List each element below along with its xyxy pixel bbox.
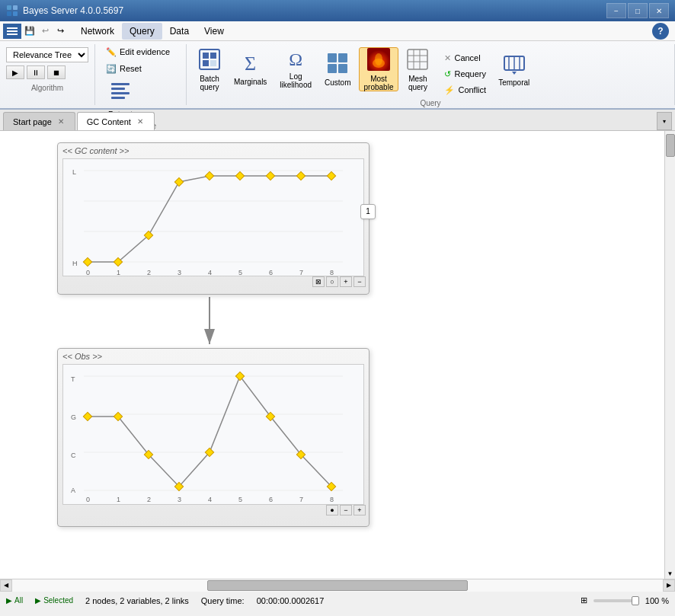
maximize-button[interactable]: □ [628, 3, 648, 18]
most-probable-button[interactable]: Mostprobable [359, 47, 399, 91]
node-obs-controls: ● − + [58, 505, 369, 519]
selected-play-button[interactable]: ▶ Selected [35, 596, 73, 605]
node-gc-content[interactable]: << GC content >> L H 0 1 2 3 4 5 6 7 8 [57, 142, 369, 295]
zoom-thumb[interactable] [632, 596, 639, 605]
close-button[interactable]: ✕ [649, 3, 669, 18]
svg-text:3: 3 [178, 269, 181, 276]
node-gc-content-grid[interactable]: ⊠ [312, 276, 325, 287]
svg-rect-4 [7, 27, 18, 29]
svg-text:2: 2 [147, 269, 151, 276]
ribbon-group-query: Batchquery Σ Marginals Ω Loglikelihood [187, 44, 675, 105]
all-play-button[interactable]: ▶ All [6, 596, 23, 605]
cancel-label: Cancel [454, 53, 480, 62]
node-obs-header: << Obs >> [58, 349, 369, 362]
svg-rect-7 [111, 83, 130, 85]
main-content: << GC content >> L H 0 1 2 3 4 5 6 7 8 [0, 131, 675, 579]
reset-label: Reset [120, 64, 142, 73]
scroll-thumb[interactable] [666, 134, 675, 157]
temporal-button[interactable]: Temporal [493, 47, 534, 91]
svg-text:G: G [71, 413, 76, 421]
svg-text:T: T [71, 375, 75, 383]
window-title: Bayes Server 4.0.0.5697 [23, 5, 606, 16]
menu-query[interactable]: Query [122, 23, 162, 40]
status-info: 2 nodes, 2 variables, 2 links [85, 596, 189, 605]
menu-view[interactable]: View [197, 23, 232, 40]
marginals-button[interactable]: Σ Marginals [229, 47, 272, 91]
svg-rect-18 [328, 64, 337, 73]
menu-data[interactable]: Data [162, 23, 197, 40]
mesh-query-button[interactable]: Meshquery [401, 47, 434, 91]
edit-evidence-button[interactable]: ✏️ Edit evidence [101, 44, 174, 59]
menu-bar: 💾 ↩ ↪ Network Query Data View ? [0, 21, 675, 41]
ribbon-group-evidence: ✏️ Edit evidence 🔄 Reset Retract [95, 44, 187, 105]
ribbon: Relevance Tree ▶ ⏸ ⏹ Algorithm ✏️ Edit e… [0, 41, 675, 110]
svg-text:3: 3 [178, 496, 181, 503]
svg-text:L: L [72, 168, 76, 176]
conflict-button[interactable]: ⚡ Conflict [440, 82, 491, 97]
svg-rect-15 [210, 60, 216, 66]
batch-query-label: Batchquery [200, 75, 219, 91]
help-button[interactable]: ? [652, 23, 669, 40]
temporal-icon [503, 52, 526, 76]
gc-content-badge: 1 [360, 204, 376, 219]
node-obs-plus[interactable]: + [353, 505, 366, 515]
undo-button[interactable]: ↩ [38, 24, 52, 38]
node-gc-content-plus[interactable]: + [340, 276, 352, 287]
play-button[interactable]: ▶ [6, 65, 24, 79]
node-gc-content-minus[interactable]: − [353, 276, 366, 287]
requery-button[interactable]: ↺ Requery [440, 66, 491, 81]
algorithm-dropdown[interactable]: Relevance Tree [6, 47, 88, 62]
scroll-left-button[interactable]: ◀ [0, 579, 12, 592]
app-menu-button[interactable] [3, 24, 21, 39]
svg-text:6: 6 [269, 496, 273, 503]
node-obs-dot[interactable]: ● [326, 505, 338, 515]
svg-rect-55 [235, 171, 244, 180]
reset-icon: 🔄 [106, 64, 117, 74]
menu-network[interactable]: Network [73, 23, 122, 40]
stop-button[interactable]: ⏹ [47, 65, 66, 79]
scroll-h-thumb[interactable] [207, 580, 468, 591]
svg-text:7: 7 [299, 496, 303, 503]
redo-button[interactable]: ↪ [53, 24, 67, 38]
minimize-button[interactable]: − [606, 3, 626, 18]
node-obs[interactable]: << Obs >> T G C A 0 1 2 3 4 5 6 7 [57, 348, 369, 527]
scroll-track[interactable] [12, 579, 663, 592]
mesh-query-icon [406, 48, 429, 72]
node-gc-content-header: << GC content >> [58, 143, 369, 157]
svg-rect-53 [174, 177, 183, 186]
batch-query-button[interactable]: Batchquery [193, 47, 226, 91]
gc-content-chart: L H 0 1 2 3 4 5 6 7 8 [63, 159, 363, 277]
tab-gc-content[interactable]: GC Content ✕ [77, 112, 155, 130]
canvas-area[interactable]: << GC content >> L H 0 1 2 3 4 5 6 7 8 [0, 131, 675, 579]
svg-point-22 [375, 53, 382, 65]
reset-button[interactable]: 🔄 Reset [101, 61, 146, 76]
scroll-right-button[interactable]: ▶ [663, 579, 675, 592]
tab-start-page-label: Start page [13, 117, 52, 126]
log-likelihood-button[interactable]: Ω Loglikelihood [274, 47, 317, 91]
custom-icon [326, 52, 349, 76]
algorithm-controls: ▶ ⏸ ⏹ [6, 65, 88, 79]
zoom-slider[interactable] [593, 599, 639, 602]
svg-rect-14 [203, 60, 209, 66]
grid-view-button[interactable]: ⊞ [581, 595, 587, 605]
batch-query-icon [198, 48, 221, 72]
svg-rect-56 [266, 171, 274, 180]
tab-start-page[interactable]: Start page ✕ [3, 112, 75, 130]
tab-start-page-close[interactable]: ✕ [56, 117, 66, 126]
horizontal-scrollbar[interactable]: ◀ ▶ [0, 579, 675, 591]
svg-rect-19 [338, 64, 347, 73]
tab-gc-content-close[interactable]: ✕ [136, 117, 145, 126]
log-likelihood-icon: Ω [289, 49, 302, 70]
pause-button[interactable]: ⏸ [27, 65, 45, 79]
svg-text:5: 5 [238, 496, 242, 503]
vertical-scrollbar[interactable]: ▲ ▼ [664, 131, 675, 579]
tab-bar: Start page ✕ GC Content ✕ ▾ [0, 110, 675, 131]
custom-button[interactable]: Custom [319, 47, 356, 91]
scroll-down-button[interactable]: ▼ [665, 568, 675, 579]
node-obs-minus[interactable]: − [340, 505, 352, 515]
cancel-button[interactable]: ✕ Cancel [440, 50, 491, 65]
save-button[interactable]: 💾 [23, 24, 37, 38]
node-gc-content-circle[interactable]: ○ [326, 276, 338, 287]
svg-rect-3 [13, 11, 18, 16]
tab-dropdown[interactable]: ▾ [657, 112, 672, 130]
